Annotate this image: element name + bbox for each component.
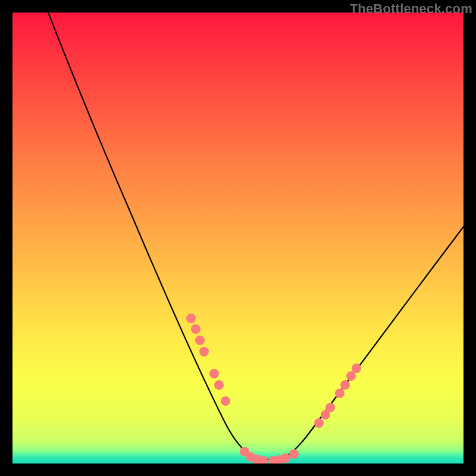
svg-point-14	[289, 449, 299, 459]
svg-point-0	[186, 314, 196, 323]
svg-point-5	[214, 380, 224, 390]
svg-point-18	[335, 389, 345, 398]
svg-point-15	[314, 418, 324, 428]
svg-point-21	[352, 364, 361, 373]
marker-cluster-right	[314, 364, 361, 428]
svg-point-19	[340, 380, 350, 390]
svg-point-20	[346, 371, 356, 381]
marker-cluster-left	[186, 314, 230, 406]
svg-point-6	[221, 396, 230, 406]
svg-point-13	[281, 453, 290, 463]
svg-point-1	[191, 324, 201, 334]
chart-frame: TheBottleneck.com	[0, 0, 476, 476]
svg-point-2	[195, 336, 205, 345]
marker-cluster-trough	[240, 447, 299, 464]
bottleneck-curve	[48, 12, 464, 459]
svg-point-17	[325, 403, 335, 412]
svg-point-4	[209, 369, 219, 378]
watermark-text: TheBottleneck.com	[350, 1, 472, 17]
chart-svg	[12, 12, 464, 464]
svg-point-3	[199, 347, 209, 356]
plot-area	[12, 12, 464, 464]
